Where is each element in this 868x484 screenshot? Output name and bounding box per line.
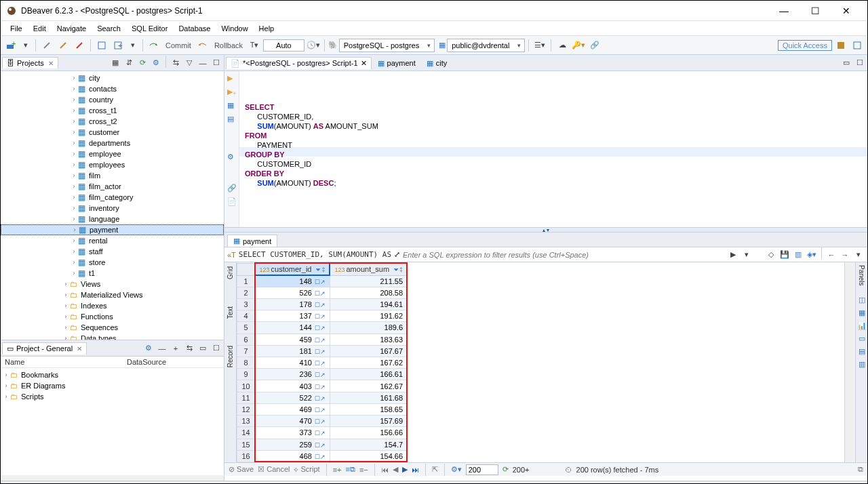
sql-editor-icon[interactable] (94, 38, 109, 53)
menu-window[interactable]: Window (216, 24, 253, 33)
side-grid-tab[interactable]: Grid (226, 266, 234, 279)
gear-icon[interactable]: ⚙ (142, 341, 155, 356)
row-del-icon[interactable]: ≡− (359, 466, 368, 474)
table-row[interactable]: 13470☐↗157.69 (237, 416, 408, 427)
table-row[interactable]: 14373☐↗156.66 (237, 427, 408, 439)
min-icon[interactable]: ▭ (197, 341, 209, 356)
schema-combo[interactable]: public@dvdrental (447, 39, 525, 52)
tree-table-inventory[interactable]: ›▦inventory (1, 203, 224, 214)
minimize-button[interactable]: — (768, 1, 800, 21)
tree-folder-sequences[interactable]: ›🗀Sequences (1, 322, 224, 333)
run-icon[interactable]: ▶ (227, 74, 237, 83)
connection-combo[interactable]: PostgreSQL - postgres (339, 39, 435, 52)
side-record-tab[interactable]: Record (226, 346, 234, 367)
table-row[interactable]: 16468☐↗154.66 (237, 450, 408, 462)
invalidate-icon[interactable] (72, 38, 87, 53)
rows-count[interactable]: 200+ (513, 466, 530, 474)
db-tree[interactable]: ›▦city›▦contacts›▦country›▦cross_t1›▦cro… (1, 71, 224, 340)
panel-icon[interactable]: ◫ (859, 296, 865, 304)
nav-fwd-icon[interactable]: → (839, 247, 851, 262)
tree-table-contacts[interactable]: ›▦contacts (1, 83, 224, 94)
export-icon[interactable]: ⇱ (432, 465, 438, 474)
table-row[interactable]: 8410☐↗167.62 (237, 357, 408, 369)
table-row[interactable]: 6459☐↗183.63 (237, 334, 408, 345)
table-row[interactable]: 15259☐↗154.7 (237, 439, 408, 450)
menu-navigate[interactable]: Navigate (52, 24, 92, 33)
save-btn[interactable]: ⊘ Save (229, 465, 254, 474)
doc-icon[interactable]: 📄 (227, 197, 237, 207)
menu-sql-editor[interactable]: SQL Editor (126, 24, 173, 33)
project-item-er-diagrams[interactable]: ›🗀ER Diagrams (1, 380, 224, 391)
menu-file[interactable]: File (5, 24, 28, 33)
gear-icon[interactable]: ⚙ (150, 56, 162, 70)
col-customer-id[interactable]: 123customer_id⏷‡ (255, 263, 330, 275)
commit-label[interactable]: Commit (163, 41, 194, 49)
tree-table-store[interactable]: ›▦store (1, 257, 224, 268)
close-button[interactable]: ✕ (831, 1, 862, 21)
tree-folder-functions[interactable]: ›🗀Functions (1, 311, 224, 322)
row-copy-icon[interactable]: ≡⧉ (345, 465, 355, 474)
tree-folder-data-types[interactable]: ›🗀Data types (1, 333, 224, 340)
link-editor-icon[interactable]: ⇆ (170, 56, 182, 70)
sql-new-icon[interactable]: + (111, 38, 125, 53)
menu-help[interactable]: Help (254, 24, 280, 33)
city-tab[interactable]: ▦ city (422, 57, 452, 69)
commit-icon[interactable] (146, 38, 161, 53)
chart-icon[interactable]: 📊 (857, 321, 867, 330)
first-page-icon[interactable]: ⏮ (381, 466, 389, 474)
calc-icon[interactable]: ▦ (859, 308, 865, 317)
panel-icon[interactable]: ▥ (792, 247, 804, 262)
table-row[interactable]: 7181☐↗167.67 (237, 345, 408, 357)
table-row[interactable]: 1148☐↗211.55 (237, 275, 408, 287)
perspective-open-icon[interactable] (850, 38, 865, 53)
export-icon[interactable]: ▤ (227, 115, 237, 124)
stop-icon[interactable] (227, 128, 237, 148)
col-amount-sum[interactable]: 123amount_sum⏷‡ (330, 263, 407, 275)
rollback-label[interactable]: Rollback (212, 41, 245, 49)
apply-filter-icon[interactable]: ▶ (727, 247, 739, 262)
save-icon[interactable] (227, 166, 237, 180)
tree-table-cross_t1[interactable]: ›▦cross_t1 (1, 105, 224, 116)
tree-table-country[interactable]: ›▦country (1, 94, 224, 105)
expand-icon[interactable]: ⤢ (394, 250, 400, 259)
tree-table-employee[interactable]: ›▦employee (1, 148, 224, 159)
maximize-icon[interactable]: ☐ (210, 56, 222, 70)
tree-table-city[interactable]: ›▦city (1, 73, 224, 83)
maximize-icon[interactable]: ☐ (854, 56, 866, 70)
list-icon[interactable]: ☰▾ (532, 38, 547, 53)
close-icon[interactable]: ✕ (361, 59, 367, 68)
table-row[interactable]: 5144☐↗189.6 (237, 322, 408, 334)
link-icon[interactable]: 🔗 (227, 184, 237, 193)
sql-text-area[interactable]: SELECT CUSTOMER_ID, SUM(AMOUNT) AS AMOUN… (239, 71, 867, 227)
table-row[interactable]: 12469☐↗158.65 (237, 403, 408, 415)
connect-icon[interactable] (39, 38, 54, 53)
tx-mode-icon[interactable]: T▾ (247, 38, 262, 53)
grid-icon[interactable]: ▦ (109, 56, 121, 70)
dropdown-icon[interactable]: ▾ (127, 38, 139, 53)
auto-button[interactable]: Auto (263, 39, 304, 52)
disconnect-icon[interactable] (56, 38, 71, 53)
row-add-icon[interactable]: ≡+ (333, 466, 342, 474)
projects-tab[interactable]: 🗄 Projects ✕ (2, 57, 58, 68)
prev-page-icon[interactable]: ◀ (393, 465, 398, 474)
script-tab[interactable]: 📄 *<PostgreSQL - postgres> Script-1 ✕ (226, 57, 372, 69)
minimize-icon[interactable]: — (197, 56, 209, 70)
minimize-icon[interactable]: — (156, 341, 168, 356)
config-icon[interactable]: ⚙▾ (451, 465, 462, 474)
close-icon[interactable]: ✕ (48, 60, 54, 67)
project-tree[interactable]: ›🗀Bookmarks›🗀ER Diagrams›🗀Scripts (1, 368, 224, 475)
refetch-icon[interactable]: ⟳ (502, 465, 509, 474)
page-size-input[interactable] (466, 464, 498, 475)
filter-input[interactable] (403, 249, 724, 261)
menu-edit[interactable]: Edit (28, 24, 52, 33)
link-icon[interactable]: 🔗 (587, 38, 602, 53)
detail-icon[interactable]: ▭ (859, 334, 865, 343)
menu-database[interactable]: Database (173, 24, 216, 33)
menu-search[interactable]: Search (92, 24, 126, 33)
project-general-tab[interactable]: ▭ Project - General ✕ (2, 342, 87, 355)
panels-icon[interactable]: ◈▾ (806, 247, 818, 262)
erase-icon[interactable]: ◇ (765, 247, 777, 262)
refs-icon[interactable]: ▤ (859, 347, 865, 356)
meta-icon[interactable]: ▥ (859, 360, 865, 369)
tree-table-rental[interactable]: ›▦rental (1, 235, 224, 246)
